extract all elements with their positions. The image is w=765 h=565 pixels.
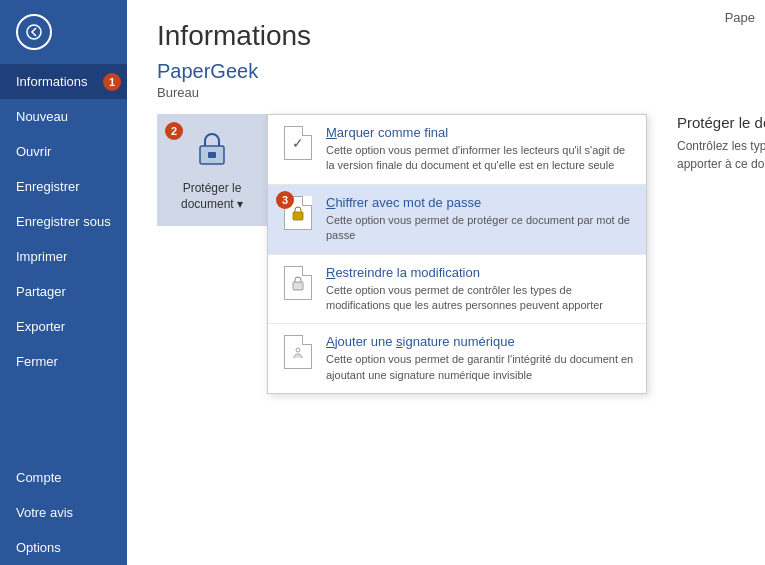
sidebar-label-options: Options [16, 540, 61, 555]
marquer-final-content: Marquer comme final Cette option vous pe… [326, 125, 634, 174]
main-content: Pape Informations PaperGeek Bureau 2 [127, 0, 765, 565]
svg-point-5 [296, 348, 300, 352]
protect-button-label: Protéger le document ▾ [167, 181, 257, 212]
sidebar-item-nouveau[interactable]: Nouveau [0, 99, 127, 134]
sidebar-item-enregistrer[interactable]: Enregistrer [0, 169, 127, 204]
sidebar-label-nouveau: Nouveau [16, 109, 68, 124]
sidebar-label-ouvrir: Ouvrir [16, 144, 51, 159]
sidebar-item-ouvrir[interactable]: Ouvrir [0, 134, 127, 169]
chiffrer-title: Chiffrer avec mot de passe [326, 195, 634, 210]
chiffrer-content: Chiffrer avec mot de passe Cette option … [326, 195, 634, 244]
protect-description: Protéger le document Contrôlez les types… [657, 114, 765, 173]
chiffrer-badge: 3 [276, 191, 294, 209]
chiffrer-icon-wrap: 3 [280, 195, 316, 231]
restreindre-content: Restreindre la modification Cette option… [326, 265, 634, 314]
doc-check-icon: ✓ [284, 126, 312, 160]
menu-item-signature[interactable]: Ajouter une signature numérique Cette op… [268, 324, 646, 393]
sidebar-label-partager: Partager [16, 284, 66, 299]
sidebar-item-informations[interactable]: Informations 1 [0, 64, 127, 99]
marquer-final-icon-wrap: ✓ [280, 125, 316, 161]
sidebar: Informations 1 Nouveau Ouvrir Enregistre… [0, 0, 127, 565]
signature-content: Ajouter une signature numérique Cette op… [326, 334, 634, 383]
document-location: Bureau [157, 85, 735, 100]
main-header: Informations PaperGeek Bureau 2 [127, 0, 765, 236]
sidebar-label-fermer: Fermer [16, 354, 58, 369]
svg-rect-4 [293, 282, 303, 290]
svg-point-0 [27, 25, 41, 39]
protect-desc-title: Protéger le document [677, 114, 765, 131]
restreindre-icon-wrap [280, 265, 316, 301]
svg-rect-2 [208, 152, 216, 158]
restreindre-desc: Cette option vous permet de contrôler le… [326, 283, 634, 314]
chiffrer-desc: Cette option vous permet de protéger ce … [326, 213, 634, 244]
protect-dropdown-menu: ✓ Marquer comme final Cette option vous … [267, 114, 647, 394]
sidebar-label-exporter: Exporter [16, 319, 65, 334]
protect-button-container: 2 Protéger le document ▾ [157, 114, 267, 226]
document-name: PaperGeek [157, 60, 735, 83]
sidebar-bottom-nav: Compte Votre avis Options [0, 460, 127, 565]
sidebar-item-options[interactable]: Options [0, 530, 127, 565]
sidebar-item-enregistrer-sous[interactable]: Enregistrer sous [0, 204, 127, 239]
signature-icon-wrap [280, 334, 316, 370]
marquer-final-desc: Cette option vous permet d'informer les … [326, 143, 634, 174]
signature-desc: Cette option vous permet de garantir l'i… [326, 352, 634, 383]
protect-document-button[interactable]: 2 Protéger le document ▾ [157, 114, 267, 226]
protect-badge: 2 [165, 122, 183, 140]
menu-item-restreindre[interactable]: Restreindre la modification Cette option… [268, 255, 646, 325]
top-right-label: Pape [725, 10, 755, 25]
page-title: Informations [157, 20, 735, 52]
sidebar-item-partager[interactable]: Partager [0, 274, 127, 309]
menu-item-marquer-final[interactable]: ✓ Marquer comme final Cette option vous … [268, 115, 646, 185]
lock-icon [192, 128, 232, 175]
marquer-final-title: Marquer comme final [326, 125, 634, 140]
sidebar-item-imprimer[interactable]: Imprimer [0, 239, 127, 274]
sidebar-label-enregistrer-sous: Enregistrer sous [16, 214, 111, 229]
protect-desc-text: Contrôlez les types de modifications que… [677, 137, 765, 173]
sidebar-item-fermer[interactable]: Fermer [0, 344, 127, 379]
restreindre-title: Restreindre la modification [326, 265, 634, 280]
sidebar-item-exporter[interactable]: Exporter [0, 309, 127, 344]
sidebar-label-imprimer: Imprimer [16, 249, 67, 264]
menu-item-chiffrer-passe[interactable]: 3 Chiffrer avec mot de passe [268, 185, 646, 255]
sidebar-label-informations: Informations [16, 74, 88, 89]
doc-sign-icon [284, 335, 312, 369]
sidebar-label-enregistrer: Enregistrer [16, 179, 80, 194]
signature-title: Ajouter une signature numérique [326, 334, 634, 349]
informations-badge: 1 [103, 73, 121, 91]
back-button-area[interactable] [0, 0, 127, 64]
protect-section: 2 Protéger le document ▾ [157, 114, 735, 226]
sidebar-nav: Informations 1 Nouveau Ouvrir Enregistre… [0, 64, 127, 379]
doc-lock2-icon [284, 266, 312, 300]
sidebar-item-votre-avis[interactable]: Votre avis [0, 495, 127, 530]
sidebar-label-votre-avis: Votre avis [16, 505, 73, 520]
sidebar-label-compte: Compte [16, 470, 62, 485]
svg-rect-3 [293, 212, 303, 220]
sidebar-item-compte[interactable]: Compte [0, 460, 127, 495]
back-button[interactable] [16, 14, 52, 50]
